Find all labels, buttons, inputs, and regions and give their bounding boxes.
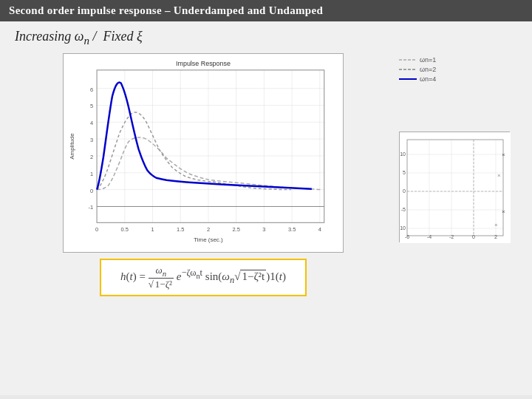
subtitle-line: Increasing ωn / Fixed ξ [15,29,517,47]
svg-text:2: 2 [207,226,210,233]
svg-text:5: 5 [403,170,406,175]
legend: ωn=1 ωn=2 ωn=4 [399,56,517,83]
svg-text:×: × [502,151,505,158]
subtitle-increasing: Increasing [15,29,71,44]
svg-text:×: × [502,208,505,215]
svg-text:3: 3 [262,226,265,233]
right-plot: 10 5 0 -5 -10 -6 -4 -2 0 2 × × [399,132,510,242]
svg-text:Impulse Response: Impulse Response [176,59,231,66]
subtitle-omega: ωn / [75,29,103,44]
svg-text:-1: -1 [88,204,93,211]
svg-text:Time (sec.): Time (sec.) [194,236,223,243]
svg-text:0: 0 [90,187,93,194]
svg-text:-6: -6 [405,234,409,239]
svg-text:3.5: 3.5 [288,226,296,233]
svg-text:1: 1 [90,170,93,177]
svg-text:×: × [494,222,498,228]
subtitle-fixed: Fixed [103,29,134,44]
header-title: Second order impulse response – Underdam… [9,4,323,16]
svg-text:4: 4 [90,120,93,126]
svg-text:1.5: 1.5 [177,226,184,233]
svg-text:1: 1 [151,226,154,233]
svg-text:2: 2 [90,154,93,160]
legend-item-3: ωn=4 [399,75,517,83]
svg-text:5: 5 [90,103,93,109]
legend-label-1: ωn=1 [420,56,436,64]
svg-text:2.5: 2.5 [232,226,239,233]
main-content: Increasing ωn / Fixed ξ Impulse Response [0,21,532,395]
right-panel: ωn=1 ωn=2 ωn=4 [399,53,517,297]
main-area: Impulse Response [15,53,517,297]
legend-item-2: ωn=2 [399,66,517,73]
legend-label-2: ωn=2 [420,66,436,73]
svg-text:0.5: 0.5 [121,226,129,233]
svg-text:-4: -4 [427,234,432,239]
svg-text:0: 0 [95,226,98,233]
svg-text:-2: -2 [449,234,454,239]
svg-rect-0 [64,54,342,252]
svg-text:10: 10 [400,151,406,157]
formula-box: h(t) = ωn √1−ζ² e−ζωnt sin(ωn√1−ζ²t)1(t) [100,259,307,297]
svg-text:6: 6 [90,86,93,92]
legend-label-3: ωn=4 [420,75,436,83]
svg-text:0: 0 [472,234,475,239]
page-header: Second order impulse response – Underdam… [0,0,532,21]
left-panel: Impulse Response [15,53,392,297]
svg-text:3: 3 [90,137,93,143]
svg-text:2: 2 [494,234,497,239]
main-plot: Impulse Response [63,53,344,253]
legend-item-1: ωn=1 [399,56,517,64]
formula-display: h(t) = ωn √1−ζ² e−ζωnt sin(ωn√1−ζ²t)1(t) [120,270,286,282]
svg-text:-10: -10 [400,225,406,231]
subtitle-xi: ξ [137,29,143,44]
svg-text:0: 0 [403,188,406,194]
svg-text:×: × [497,172,501,179]
svg-text:-5: -5 [401,207,406,212]
svg-text:4: 4 [318,226,321,233]
svg-text:Amplitude: Amplitude [69,132,75,159]
